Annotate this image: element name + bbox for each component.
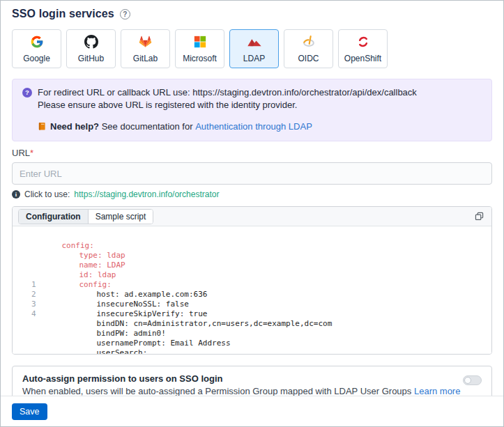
auto-assign-toggle[interactable] xyxy=(463,375,482,385)
code-line: 1host: ad.example.com:636 xyxy=(13,280,491,290)
code-line: userSearch: xyxy=(13,339,491,348)
provider-label: OIDC xyxy=(298,54,319,63)
tab-configuration[interactable]: Configuration xyxy=(19,210,88,224)
code-line: id: ldap xyxy=(13,261,491,270)
provider-card-openshift[interactable]: OpenShift xyxy=(338,29,388,68)
question-circle-icon: ? xyxy=(22,88,32,98)
oidc-logo-icon xyxy=(302,35,316,49)
provider-label: Google xyxy=(23,54,50,63)
need-help-label: Need help? See documentation for Authent… xyxy=(50,121,312,132)
provider-cards: Google GitHub GitLab Microsoft LDAP OIDC xyxy=(12,29,492,68)
book-icon xyxy=(38,122,47,131)
google-logo-icon xyxy=(30,35,44,49)
openshift-logo-icon xyxy=(356,35,370,49)
save-button[interactable]: Save xyxy=(12,403,47,420)
url-input[interactable] xyxy=(12,162,492,185)
banner-line2: Please ensure above URL is registered wi… xyxy=(38,99,417,111)
code-line: 2insecureNoSSL: false xyxy=(13,290,491,300)
gitlab-logo-icon xyxy=(138,35,153,49)
code-line: 4bindDN: cn=Administrator,cn=users,dc=ex… xyxy=(13,309,491,319)
provider-card-gitlab[interactable]: GitLab xyxy=(121,29,170,68)
provider-label: GitLab xyxy=(133,54,158,63)
copy-icon[interactable] xyxy=(473,211,484,222)
provider-label: Microsoft xyxy=(183,54,217,63)
info-banner: ? For redirect URL or callback URL use: … xyxy=(12,79,492,141)
click-to-use-label: Click to use: xyxy=(24,189,70,199)
editor-toolbar: ConfigurationSample script xyxy=(13,207,491,226)
code-line: 3insecureSkipVerify: true xyxy=(13,300,491,309)
code-line: usernamePrompt: Email Address xyxy=(13,329,491,339)
tab-sample-script[interactable]: Sample script xyxy=(88,210,153,224)
provider-card-oidc[interactable]: OIDC xyxy=(284,29,333,68)
ldap-logo-icon xyxy=(247,35,262,49)
configuration-editor-card: ConfigurationSample script config: type:… xyxy=(12,206,492,355)
provider-label: OpenShift xyxy=(344,54,381,63)
provider-label: LDAP xyxy=(243,54,265,63)
provider-card-github[interactable]: GitHub xyxy=(66,29,116,68)
line-number: 2 xyxy=(31,290,36,300)
url-field-label: URL* xyxy=(12,148,492,158)
toggle-knob xyxy=(464,377,471,384)
microsoft-logo-icon xyxy=(194,35,206,49)
line-number: 4 xyxy=(31,309,36,319)
learn-more-link[interactable]: Learn more xyxy=(414,386,460,396)
required-asterisk: * xyxy=(30,148,33,158)
line-number: 1 xyxy=(31,280,36,290)
github-logo-icon xyxy=(84,35,98,49)
suggested-url-link[interactable]: https://staging.devtron.info/orchestrato… xyxy=(74,189,219,199)
editor-tabs: ConfigurationSample script xyxy=(18,209,153,224)
info-icon: i xyxy=(12,190,20,199)
auto-assign-title: Auto-assign permission to users on SSO l… xyxy=(22,373,460,385)
code-line: config: xyxy=(13,231,491,241)
line-number: 3 xyxy=(31,300,36,309)
banner-line1: For redirect URL or callback URL use: ht… xyxy=(38,86,417,99)
sso-login-services-page: SSO login services ? Google GitHub GitLa… xyxy=(0,0,504,427)
code-text: userSearch: xyxy=(62,348,148,355)
footer-bar: Save xyxy=(1,396,503,426)
provider-label: GitHub xyxy=(78,54,104,63)
code-line: bindPW: admin0! xyxy=(13,319,491,329)
code-line: name: LDAP xyxy=(13,251,491,261)
ldap-docs-link[interactable]: Authentication through LDAP xyxy=(195,121,312,132)
provider-card-google[interactable]: Google xyxy=(12,29,61,68)
page-title: SSO login services xyxy=(12,8,114,20)
code-line: config: xyxy=(13,270,491,280)
provider-card-microsoft[interactable]: Microsoft xyxy=(175,29,224,68)
page-header: SSO login services ? xyxy=(12,8,492,20)
help-icon[interactable]: ? xyxy=(120,9,130,20)
code-editor[interactable]: config: type: ldap name: LDAP id: ldap c… xyxy=(13,226,491,354)
code-line: type: ldap xyxy=(13,241,491,251)
provider-card-ldap[interactable]: LDAP xyxy=(229,29,279,68)
